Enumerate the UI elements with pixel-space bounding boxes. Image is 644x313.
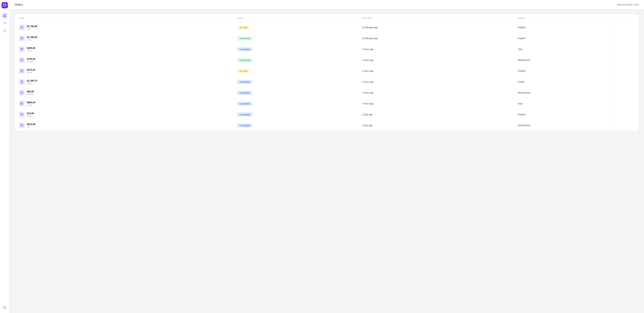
order-action-button-9[interactable]: ⋮ [612,123,617,128]
method-text-1: PayPal [518,37,525,40]
last-order-text-0: 15 Minutes ago [362,26,378,29]
order-name-8: Haley [27,115,34,117]
order-cell-0: $2.795,95 John [15,22,233,33]
sidebar-item-settings[interactable] [1,304,8,311]
shopping-bag-icon [20,124,23,127]
method-text-9: MasterCard [518,124,530,127]
order-action-button-6[interactable]: ⋮ [612,91,617,95]
status-badge-6: Completed [237,91,252,95]
order-action-button-0[interactable]: ⋮ [612,25,617,30]
order-method-cell-4: PayPal [514,66,608,76]
order-action-button-5[interactable]: ⋮ [612,80,617,84]
method-text-0: PayPal [518,26,525,29]
svg-rect-0 [3,14,4,15]
svg-rect-5 [4,30,6,32]
settings-icon [3,306,6,309]
sidebar-item-users[interactable] [1,20,8,26]
status-badge-8: Completed [237,113,252,117]
svg-point-6 [4,307,5,308]
last-order-text-3: 1 Hour ago [362,59,374,61]
table-row: $175,25 Steve On Hold 2 Hour ago PayPal … [15,66,639,76]
order-cell-7: $689,45 James [15,98,233,109]
sidebar-item-security[interactable] [1,27,8,34]
method-text-6: MasterCard [518,91,530,94]
order-action-button-4[interactable]: ⋮ [612,69,617,73]
shopping-bag-icon [20,26,23,29]
order-action-button-8[interactable]: ⋮ [612,112,617,117]
table-row: $689,45 James Completed 7 Hour ago Visa … [15,98,639,109]
method-text-8: PayPal [518,113,525,116]
svg-rect-1 [5,14,6,15]
order-method-cell-5: Check [514,76,608,87]
logo-button[interactable] [2,2,8,8]
order-last-cell-1: 23 Minutes ago [358,33,514,44]
order-amount-3: $150,45 [27,58,35,60]
order-last-cell-7: 7 Hour ago [358,98,514,109]
order-method-cell-9: MasterCard [514,120,608,131]
order-status-cell-1: Processing [233,33,358,44]
order-icon-4 [19,68,25,74]
order-info-9: $218,99 Tim [27,123,35,128]
order-icon-6 [19,90,25,96]
order-status-cell-2: Completed [233,44,358,55]
order-status-cell-7: Completed [233,98,358,109]
sidebar-item-dashboard[interactable] [1,12,8,19]
status-badge-4: On Hold [237,69,250,73]
table-row: $2.795,95 John On Hold 15 Minutes ago Pa… [15,22,639,33]
last-order-text-7: 7 Hour ago [362,102,374,105]
order-amount-9: $218,99 [27,123,35,126]
order-action-cell-1: ⋮ [608,33,639,44]
order-cell-4: $175,25 Steve [15,66,233,76]
order-status-cell-8: Completed [233,109,358,120]
order-action-cell-0: ⋮ [608,22,639,33]
order-action-cell-4: ⋮ [608,66,639,76]
order-action-button-3[interactable]: ⋮ [612,58,617,62]
order-method-cell-0: PayPal [514,22,608,33]
order-name-3: Joseph [27,60,35,63]
order-name-1: Chris [27,39,37,41]
order-action-button-7[interactable]: ⋮ [612,101,617,106]
last-order-text-6: 3 Hour ago [362,91,374,94]
order-cell-8: $14,99 Haley [15,109,233,120]
order-info-2: $495,85 Sarah [27,47,35,52]
order-action-button-1[interactable]: ⋮ [612,36,617,40]
sidebar-bottom [1,304,8,311]
table-row: $89,95 Michael Completed 3 Hour ago Mast… [15,87,639,98]
order-last-cell-5: 3 Hour ago [358,76,514,87]
topbar: Orders Welcome Back, Clint [10,0,644,9]
orders-table: Order Status Last Order Method [15,14,639,131]
order-method-cell-2: Visa [514,44,608,55]
grid-icon [3,14,6,17]
order-name-4: Steve [27,71,35,74]
order-action-button-2[interactable]: ⋮ [612,47,617,51]
order-info-5: $1.295,75 Laura [27,79,37,85]
order-name-9: Tim [27,126,35,128]
shopping-bag-icon [20,69,23,72]
order-status-cell-4: On Hold [233,66,358,76]
order-method-cell-1: PayPal [514,33,608,44]
order-last-cell-4: 2 Hour ago [358,66,514,76]
order-amount-5: $1.295,75 [27,79,37,82]
svg-point-4 [4,22,5,23]
order-amount-8: $14,99 [27,112,34,115]
shopping-bag-icon [20,91,23,94]
col-header-order: Order [15,14,233,22]
order-name-6: Michael [27,93,34,95]
status-badge-9: Completed [237,123,252,128]
order-info-4: $175,25 Steve [27,68,35,74]
shopping-bag-icon [20,102,23,105]
order-icon-0 [19,24,25,30]
gem-icon [3,3,6,7]
order-last-cell-8: 1 Day ago [358,109,514,120]
order-action-cell-2: ⋮ [608,44,639,55]
order-info-0: $2.795,95 John [27,25,37,30]
page-title: Orders [15,3,23,6]
welcome-message: Welcome Back, Clint [617,3,639,6]
col-header-status: Status [233,14,358,22]
order-action-cell-7: ⋮ [608,98,639,109]
last-order-text-9: 1 Day ago [362,124,372,127]
order-last-cell-3: 1 Hour ago [358,55,514,66]
shopping-bag-icon [20,37,23,40]
table-header-row: Order Status Last Order Method [15,14,639,22]
shopping-bag-icon [20,48,23,51]
